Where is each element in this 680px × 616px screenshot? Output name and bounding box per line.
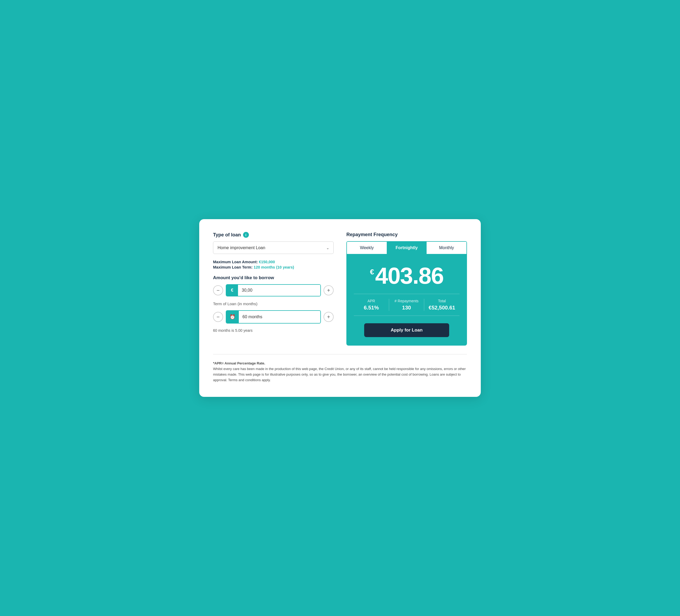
max-term-value: 120 months (10 years)	[254, 265, 294, 269]
borrow-label: Amount you'd like to borrow	[213, 275, 334, 281]
left-section: Type of loan i Home improvement LoanPers…	[213, 232, 334, 333]
tab-monthly[interactable]: Monthly	[427, 242, 466, 254]
tab-fortnightly[interactable]: Fortnightly	[387, 242, 427, 254]
repayments-value: 130	[402, 305, 411, 311]
apply-for-loan-button[interactable]: Apply for Loan	[364, 323, 449, 337]
results-panel: € 403.86 APR 6.51% # Repayments 130 Tota…	[346, 254, 467, 345]
loan-meta: Maximum Loan Amount: €150,000 Maximum Lo…	[213, 260, 334, 269]
euro-symbol: €	[370, 268, 374, 276]
total-stat: Total €52,500.61	[424, 299, 459, 311]
max-term-line: Maximum Loan Term: 120 months (10 years)	[213, 265, 334, 269]
info-icon[interactable]: i	[243, 232, 249, 238]
stats-row: APR 6.51% # Repayments 130 Total €52,500…	[354, 294, 459, 316]
repayment-frequency-label: Repayment Frequency	[346, 232, 467, 237]
term-input[interactable]	[239, 311, 320, 323]
borrow-input-wrapper: €	[226, 284, 321, 297]
borrow-decrease-button[interactable]: −	[213, 285, 223, 296]
total-value: €52,500.61	[429, 305, 455, 311]
right-section: Repayment Frequency Weekly Fortnightly M…	[346, 232, 467, 345]
amount-display: € 403.86	[354, 264, 459, 287]
clock-icon: ⏰	[226, 311, 239, 323]
loan-type-label-row: Type of loan i	[213, 232, 334, 238]
total-label: Total	[438, 299, 446, 303]
disclaimer-bold: *APR= Annual Percentage Rate.	[213, 361, 265, 365]
apr-label: APR	[367, 299, 375, 303]
tab-weekly[interactable]: Weekly	[347, 242, 387, 254]
borrow-amount-input[interactable]	[238, 285, 320, 296]
max-amount-line: Maximum Loan Amount: €150,000	[213, 260, 334, 264]
borrow-input-row: − € +	[213, 284, 334, 297]
loan-type-label: Type of loan	[213, 232, 241, 238]
loan-calculator-card: Type of loan i Home improvement LoanPers…	[199, 219, 481, 397]
years-note: 60 months is 5.00 years	[213, 328, 334, 333]
apr-stat: APR 6.51%	[354, 299, 389, 311]
repayments-stat: # Repayments 130	[389, 299, 424, 311]
loan-type-select[interactable]: Home improvement LoanPersonal LoanCar Lo…	[213, 242, 334, 254]
frequency-tabs: Weekly Fortnightly Monthly	[346, 241, 467, 254]
disclaimer: *APR= Annual Percentage Rate. Whilst eve…	[213, 361, 467, 383]
borrow-increase-button[interactable]: +	[323, 285, 334, 296]
repayments-label: # Repayments	[394, 299, 418, 303]
term-input-wrapper: ⏰	[226, 310, 321, 324]
term-increase-button[interactable]: +	[323, 312, 334, 322]
term-label: Term of Loan (in months)	[213, 301, 334, 307]
borrow-euro-prefix: €	[226, 285, 238, 296]
main-layout: Type of loan i Home improvement LoanPers…	[213, 232, 467, 345]
term-decrease-button[interactable]: −	[213, 312, 223, 322]
main-amount: 403.86	[375, 264, 443, 287]
loan-type-select-wrapper: Home improvement LoanPersonal LoanCar Lo…	[213, 242, 334, 254]
max-amount-value: €150,000	[259, 260, 275, 264]
disclaimer-body: Whilst every care has been made in the p…	[213, 367, 465, 382]
term-input-row: − ⏰ +	[213, 310, 334, 324]
apr-value: 6.51%	[364, 305, 379, 311]
